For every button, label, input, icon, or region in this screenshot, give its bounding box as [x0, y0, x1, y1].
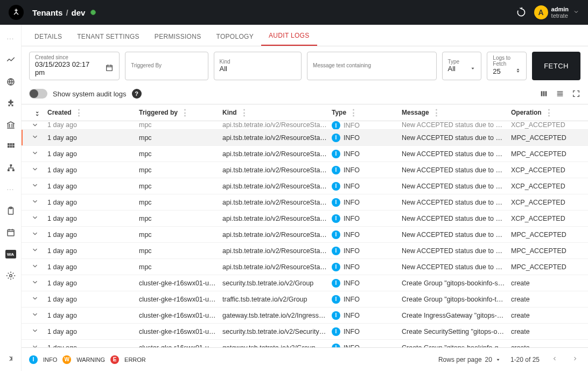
cell-message: New ACCEPTED status due to XCP_AC...	[402, 199, 511, 206]
expand-row-icon[interactable]	[31, 327, 39, 336]
next-page-icon[interactable]	[570, 355, 580, 363]
nav-grid-icon[interactable]	[5, 141, 16, 152]
expand-row-icon[interactable]	[31, 262, 39, 271]
tab-details[interactable]: DETAILS	[27, 27, 69, 46]
svg-marker-17	[517, 68, 520, 70]
breadcrumb-root[interactable]: Tenants	[32, 8, 62, 17]
cell-message: New ACCEPTED status due to XCP_AC...	[402, 215, 511, 222]
expand-row-icon[interactable]	[31, 181, 39, 191]
col-menu-icon[interactable]: ⋮	[346, 108, 361, 117]
filter-created-since[interactable]: Created since 03/15/2023 02:17 pm	[29, 52, 120, 80]
svg-rect-5	[10, 146, 12, 148]
show-system-logs-toggle[interactable]	[29, 89, 47, 99]
expand-row-icon[interactable]	[31, 230, 39, 239]
fullscreen-icon[interactable]	[572, 89, 580, 98]
density-icon[interactable]	[556, 89, 564, 98]
cell-operation: XCP_ACCEPTED	[511, 199, 588, 206]
expand-row-icon[interactable]	[31, 278, 39, 288]
expand-row-icon[interactable]	[31, 295, 39, 304]
table-row[interactable]: 1 day agocluster-gke-r16swx01-us-e...gat…	[22, 307, 588, 324]
col-type[interactable]: Type	[332, 109, 346, 116]
expand-row-icon[interactable]	[31, 149, 39, 158]
expand-row-icon[interactable]	[31, 198, 39, 207]
table-row[interactable]: 1 day agocluster-gke-r16swx01-us-e...sec…	[22, 275, 588, 291]
table-row[interactable]: 1 day agompcapi.tsb.tetrate.io/v2/Resour…	[22, 121, 588, 130]
table-row[interactable]: 1 day agocluster-gke-r16swx01-us-e...sec…	[22, 324, 588, 340]
table-row[interactable]: 1 day agompcapi.tsb.tetrate.io/v2/Resour…	[22, 162, 588, 178]
col-menu-icon[interactable]: ⋮	[72, 108, 86, 117]
expand-row-icon[interactable]	[31, 246, 39, 255]
cell-type: IINFO	[332, 166, 402, 174]
col-kind[interactable]: Kind	[222, 109, 237, 116]
app-logo[interactable]	[9, 5, 24, 20]
refresh-icon[interactable]	[516, 7, 527, 18]
help-icon[interactable]: ?	[132, 89, 142, 99]
fetch-button[interactable]: FETCH	[532, 52, 580, 80]
audit-log-grid: ⌄⌄ Created⋮ Triggered by⋮ Kind⋮ Type⋮ Me…	[22, 104, 588, 371]
nav-gear-icon[interactable]	[5, 270, 16, 281]
nav-clipboard-icon[interactable]	[5, 206, 16, 216]
cell-type: IINFO	[332, 344, 402, 348]
expand-row-icon[interactable]	[31, 165, 39, 174]
table-row[interactable]: 1 day agompcapi.tsb.tetrate.io/v2/Resour…	[22, 243, 588, 259]
filter-logs-to-fetch[interactable]: Logs to Fetch 25	[487, 52, 527, 80]
expand-row-icon[interactable]	[31, 343, 39, 347]
nav-trend-icon[interactable]	[5, 55, 16, 66]
table-row[interactable]: 1 day agompcapi.tsb.tetrate.io/v2/Resour…	[22, 178, 588, 194]
expand-all-icon[interactable]: ⌄⌄	[35, 110, 39, 115]
table-row[interactable]: 1 day agocluster-gke-r16swx01-us-e...gat…	[22, 340, 588, 347]
expand-row-icon[interactable]	[31, 133, 39, 142]
nav-more2-icon[interactable]: ● ● ●	[5, 184, 16, 195]
expand-row-icon[interactable]	[31, 214, 39, 223]
user-menu[interactable]: A admin tetrate	[534, 5, 579, 19]
cell-type: IINFO	[332, 230, 402, 239]
col-triggered[interactable]: Triggered by	[139, 109, 178, 116]
columns-icon[interactable]	[540, 89, 548, 98]
expand-row-icon[interactable]	[31, 311, 39, 320]
nav-more-icon[interactable]: ● ● ●	[5, 33, 16, 44]
nav-expand-icon[interactable]	[6, 354, 15, 365]
cell-triggered: cluster-gke-r16swx01-us-e...	[139, 312, 222, 319]
nav-calendar-icon[interactable]	[5, 227, 16, 238]
col-menu-icon[interactable]: ⋮	[429, 108, 444, 117]
table-row[interactable]: 1 day agompcapi.tsb.tetrate.io/v2/Resour…	[22, 130, 588, 146]
filter-triggered-by[interactable]: Triggered By	[125, 52, 208, 80]
col-operation[interactable]: Operation	[511, 109, 542, 116]
col-menu-icon[interactable]: ⋮	[237, 108, 251, 117]
svg-rect-1	[8, 143, 10, 145]
col-menu-icon[interactable]: ⋮	[542, 108, 556, 117]
cell-operation: XCP_ACCEPTED	[511, 183, 588, 190]
filter-message[interactable]: Message text containing	[307, 52, 436, 80]
sidenav: ● ● ● ● ● ● WA	[0, 25, 22, 371]
cell-triggered: mpc	[139, 166, 222, 174]
col-menu-icon[interactable]: ⋮	[178, 108, 192, 117]
col-message[interactable]: Message	[402, 109, 429, 116]
cell-type: IINFO	[332, 311, 402, 320]
tab-topology[interactable]: TOPOLOGY	[209, 27, 262, 46]
tab-permissions[interactable]: PERMISSIONS	[147, 27, 209, 46]
table-row[interactable]: 1 day agompcapi.tsb.tetrate.io/v2/Resour…	[22, 227, 588, 243]
nav-bank-icon[interactable]	[5, 120, 16, 130]
table-row[interactable]: 1 day agompcapi.tsb.tetrate.io/v2/Resour…	[22, 146, 588, 162]
info-badge-icon: I	[332, 295, 340, 304]
col-created[interactable]: Created	[47, 109, 72, 116]
svg-rect-15	[107, 65, 113, 71]
cell-operation: create	[511, 296, 588, 303]
table-row[interactable]: 1 day agompcapi.tsb.tetrate.io/v2/Resour…	[22, 211, 588, 227]
prev-page-icon[interactable]	[549, 355, 560, 363]
expand-row-icon[interactable]	[31, 121, 39, 130]
tab-tenant-settings[interactable]: TENANT SETTINGS	[69, 27, 147, 46]
nav-puzzle-icon[interactable]	[5, 98, 16, 109]
table-row[interactable]: 1 day agocluster-gke-r16swx01-us-e...tra…	[22, 291, 588, 307]
tab-audit-logs[interactable]: AUDIT LOGS	[261, 26, 317, 46]
cell-triggered: mpc	[139, 134, 222, 142]
cell-message: New ACCEPTED status due to XCP_AC...	[402, 121, 511, 129]
nav-tree-icon[interactable]	[5, 163, 16, 173]
filter-kind[interactable]: Kind All	[214, 52, 302, 80]
table-row[interactable]: 1 day agompcapi.tsb.tetrate.io/v2/Resour…	[22, 194, 588, 211]
rows-per-page[interactable]: Rows per page 20	[438, 356, 501, 363]
nav-globe-icon[interactable]	[5, 76, 16, 87]
table-row[interactable]: 1 day agompcapi.tsb.tetrate.io/v2/Resour…	[22, 259, 588, 275]
nav-wa-badge[interactable]: WA	[5, 249, 16, 260]
filter-type[interactable]: Type All	[442, 52, 482, 80]
